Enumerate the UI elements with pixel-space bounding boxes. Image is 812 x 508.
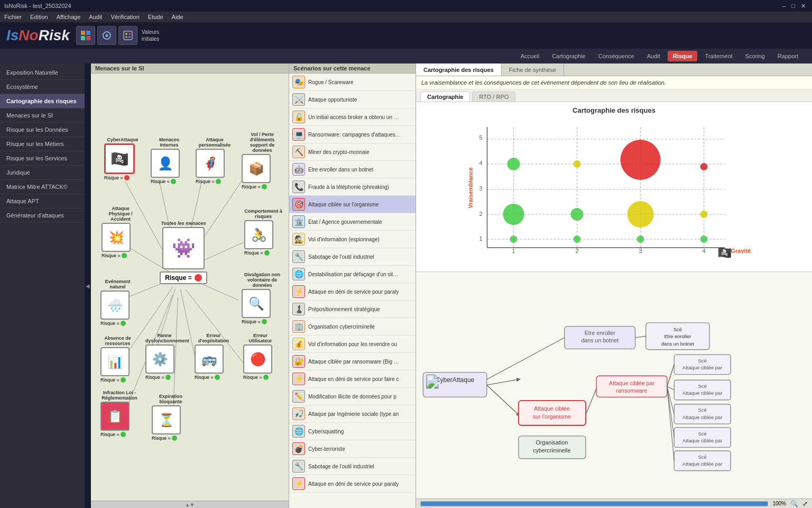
flow-expand-icon[interactable]: ⤢ — [802, 500, 808, 507]
threat-card-attaque-personnalisee[interactable]: Attaque personnalisée 🦸 Risque = — [196, 137, 234, 184]
threat-card-infraction[interactable]: Infraction Loi - Réglementation 📋 Risque… — [100, 390, 139, 437]
threat-card-comportement[interactable]: Comportement à risques 🚴 Risque = — [244, 208, 282, 256]
maximize-btn[interactable]: □ — [791, 3, 795, 9]
threat-card-absence[interactable]: Absence de ressources 📊 Risque = — [100, 335, 135, 383]
bubble-12[interactable] — [700, 235, 708, 243]
sidebar-toggle[interactable]: ◀ — [85, 64, 91, 508]
sidebar-item-ecosysteme[interactable]: Ecosystème — [0, 80, 85, 94]
sidebar-item-menaces[interactable]: Menaces sur le SI — [0, 108, 85, 123]
header: IsNoRisk Valeurs initiales — [0, 22, 812, 49]
scenario-icon: 🎯 — [292, 198, 305, 211]
threat-card-erreur-exploitation[interactable]: Erreur d'exploitation 🚌 Risque = — [195, 333, 233, 380]
bubble-2[interactable] — [574, 160, 581, 168]
bubble-1[interactable] — [508, 158, 520, 170]
bubble-8[interactable] — [700, 211, 708, 218]
nav-accueil[interactable]: Accueil — [515, 51, 545, 61]
central-threat-node[interactable]: Toutes les menaces 👾 Risque = — [146, 221, 220, 284]
menu-edition[interactable]: Edition — [30, 14, 48, 20]
bubble-11[interactable] — [637, 235, 644, 243]
threat-card-divulgation[interactable]: Divulgation non volontaire de données 🔍 … — [242, 272, 283, 324]
menu-verification[interactable]: Vérification — [110, 14, 139, 20]
nav-scoring[interactable]: Scoring — [740, 51, 770, 61]
nav-rapport[interactable]: Rapport — [772, 51, 804, 61]
scenario-item[interactable]: 🤖Etre enroller dans un botnet — [289, 161, 416, 178]
threat-card-evenement-naturel[interactable]: Evénement naturel 🌧️ Risque = — [100, 279, 135, 326]
menu-etude[interactable]: Etude — [148, 14, 163, 20]
sidebar-item-risque-services[interactable]: Risque sur les Services — [0, 151, 85, 166]
scenario-item[interactable]: ♟️Prépositionnement stratégique — [289, 301, 416, 318]
scenario-item[interactable]: ⛏️Miner des crypto-monnaie — [289, 143, 416, 161]
nav-consequence[interactable]: Conséquence — [593, 51, 640, 61]
scenario-item[interactable]: 🎯Attaque ciblée sur l'organisme — [289, 196, 416, 213]
scenario-item[interactable]: 🕵️Vol d'information (espionnage) — [289, 231, 416, 248]
svg-text:sur l'organisme: sur l'organisme — [533, 413, 571, 420]
scenario-item[interactable]: ⚡Attaque en déni de service pour paraly — [289, 475, 416, 493]
threat-card-vol-perte[interactable]: Vol / Perte d'éléments support de donnée… — [242, 132, 283, 189]
bubble-3[interactable] — [621, 140, 661, 180]
menaces-scrollbar[interactable]: ▲▼ — [91, 501, 289, 508]
bubble-6[interactable] — [571, 208, 584, 221]
nav-cartographie[interactable]: Cartographie — [547, 51, 591, 61]
carto-tabs: Cartographie des risques Fiche de synthè… — [416, 64, 812, 76]
menu-affichage[interactable]: Affichage — [57, 14, 81, 20]
sidebar-item-mitre[interactable]: Matrice Mitre ATTACK© — [0, 180, 85, 194]
threat-card-menaces-internes[interactable]: Menaces Internes 👤 Risque = — [151, 137, 188, 184]
menu-aide[interactable]: Aide — [172, 14, 183, 20]
carto-subtab-rto[interactable]: RTO / RPO — [472, 92, 515, 102]
sidebar-item-generateur[interactable]: Générateur d'attaques — [0, 208, 85, 223]
threat-card-panne[interactable]: Panne dysfonctionnement ⚙️ Risque = — [145, 333, 183, 380]
progress-label: 100% — [772, 501, 786, 506]
scenario-item[interactable]: ⚔️Attaque opportuniste — [289, 91, 416, 108]
scenario-item[interactable]: 🌐Destabilisation par défaçage d'un site … — [289, 266, 416, 283]
scenario-icon: ⚡ — [292, 373, 305, 385]
scenario-item[interactable]: 🎭Rogue / Scareware — [289, 74, 416, 91]
scenario-item[interactable]: 🎣Attaque par Ingénierie sociale (type an — [289, 405, 416, 423]
scenario-item[interactable]: 🔓Un initial access broker a obtenu un ac… — [289, 108, 416, 126]
sidebar-item-juridique[interactable]: Juridique — [0, 166, 85, 180]
sidebar-item-cartographie[interactable]: Cartographie des risques — [0, 94, 85, 108]
carto-subtab-cartographie[interactable]: Cartographie — [420, 92, 470, 102]
nav-risque[interactable]: Risque — [668, 51, 698, 61]
sidebar-item-risque-metiers[interactable]: Risque sur les Métiers — [0, 137, 85, 151]
sidebar-item-risque-donnees[interactable]: Risque sur les Données — [0, 123, 85, 137]
scenario-item[interactable]: 🔧Sabotage de l'outil industriel — [289, 248, 416, 266]
scenario-item[interactable]: 📞Fraude à la téléphonie (phreaking) — [289, 178, 416, 196]
close-btn[interactable]: ✕ — [801, 3, 806, 9]
minimize-btn[interactable]: – — [782, 3, 786, 9]
bubble-7[interactable] — [628, 201, 654, 228]
sidebar-item-apt[interactable]: Attaque APT — [0, 194, 85, 208]
bubble-5[interactable] — [503, 204, 524, 225]
svg-line-77 — [667, 365, 674, 386]
scenario-item[interactable]: 🏛️Etat / Agence gouvernementale — [289, 213, 416, 231]
menu-audit[interactable]: Audit — [89, 14, 102, 20]
nav-audit[interactable]: Audit — [642, 51, 666, 61]
icon-btn-1[interactable] — [76, 26, 95, 45]
threat-card-cyberattaque[interactable]: CyberAttaque 🏴‍☠️ Risque = — [104, 137, 141, 180]
carto-tab-cartographie[interactable]: Cartographie des risques — [416, 64, 502, 76]
carto-tab-fiche[interactable]: Fiche de synthèse — [502, 64, 564, 76]
nav-traitement[interactable]: Traitement — [699, 51, 737, 61]
scenario-item[interactable]: 🌐Cybersquatting — [289, 423, 416, 440]
scenario-item[interactable]: 💻Ransomware: campagnes d'attaques massiv… — [289, 126, 416, 143]
scenario-item[interactable]: 💣Cyber-terroriste — [289, 440, 416, 458]
bubble-9[interactable] — [510, 235, 518, 243]
scenario-item[interactable]: ⚡Attaque en déni de service pour paraly — [289, 283, 416, 301]
threat-card-expiration[interactable]: Expiration bloquante ⏳ Risque = — [152, 394, 190, 441]
scenario-item[interactable]: ⚡Attaque en déni de service pour faire c — [289, 370, 416, 388]
flow-zoom-icon[interactable]: 🔍 — [790, 500, 798, 507]
sidebar-item-exposition[interactable]: Exposition Naturelle — [0, 66, 85, 80]
bubble-10[interactable] — [574, 235, 581, 243]
scenario-item[interactable]: 🏢Organisation cybercriminelle — [289, 318, 416, 335]
bubble-4[interactable] — [700, 163, 708, 170]
scenario-label: Un initial access broker a obtenu un acc… — [308, 114, 401, 120]
scenario-item[interactable]: ✏️Modification illicite de données pour … — [289, 388, 416, 405]
threat-card-attaque-physique[interactable]: Attaque Physique / Accident 💥 Risque = — [102, 206, 140, 258]
scenario-item[interactable]: 💰Vol d'information pour les revendre ou — [289, 335, 416, 353]
scenario-icon: 🎭 — [292, 76, 305, 88]
scenario-item[interactable]: 🔧Sabotage de l'outil industriel — [289, 458, 416, 475]
icon-btn-2[interactable] — [97, 26, 116, 45]
scenario-item[interactable]: 🔐Attaque ciblée par ransomware (Big Ga — [289, 353, 416, 370]
menu-fichier[interactable]: Fichier — [4, 14, 22, 20]
icon-btn-3[interactable] — [118, 26, 137, 45]
threat-card-erreur-utilisateur[interactable]: Erreur Utilisateur 🔴 Risque = — [243, 333, 278, 380]
